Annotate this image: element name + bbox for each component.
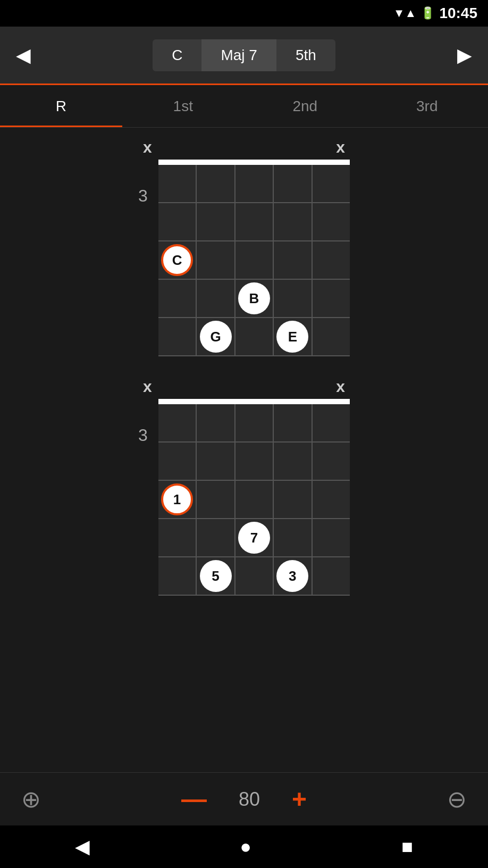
- mute-right-1: x: [336, 138, 345, 156]
- note-C[interactable]: C: [161, 244, 193, 276]
- nav-back-button[interactable]: ◀: [75, 836, 90, 858]
- note-5[interactable]: 5: [200, 560, 232, 592]
- grid-row-2: C: [158, 241, 350, 280]
- grid2-row-1: [158, 443, 350, 481]
- battery-icon: 🔋: [420, 6, 435, 20]
- tab-1st[interactable]: 1st: [122, 85, 245, 127]
- note-E[interactable]: E: [276, 321, 308, 353]
- tempo-minus-button[interactable]: —: [181, 784, 207, 814]
- grid-row-0: [158, 165, 350, 203]
- chord-position-pill[interactable]: 5th: [276, 39, 335, 71]
- chord-type-pill[interactable]: Maj 7: [201, 39, 276, 71]
- grid-row-1: [158, 203, 350, 241]
- zoom-out-icon: ⊖: [447, 786, 467, 812]
- grid2-row-2: 1: [158, 481, 350, 519]
- nut-1: [158, 160, 350, 165]
- main-content: x x 3: [0, 128, 488, 772]
- wifi-icon: ▼▲: [393, 6, 417, 20]
- nut-2: [158, 399, 350, 404]
- header: ◀ C Maj 7 5th ▶: [0, 27, 488, 85]
- zoom-in-icon: ⊕: [21, 786, 41, 812]
- status-bar: ▼▲ 🔋 10:45: [0, 0, 488, 27]
- mute-left-1: x: [143, 138, 152, 156]
- tempo-plus-button[interactable]: +: [292, 784, 307, 814]
- chord-pills: C Maj 7 5th: [153, 39, 335, 71]
- tabs: R 1st 2nd 3rd: [0, 85, 488, 128]
- status-icons: ▼▲ 🔋 10:45: [393, 5, 477, 22]
- chord-root-pill[interactable]: C: [153, 39, 201, 71]
- nav-bar: ◀ ● ■: [0, 825, 488, 868]
- grid2-row-4: 5 3: [158, 557, 350, 596]
- zoom-out-button[interactable]: ⊖: [447, 786, 467, 813]
- chord-diagram-2: x x 3: [111, 378, 377, 596]
- fret-label-1: 3: [138, 186, 148, 206]
- note-7[interactable]: 7: [238, 522, 270, 554]
- tab-r[interactable]: R: [0, 85, 122, 127]
- mute-right-2: x: [336, 378, 345, 396]
- grid-row-4: G E: [158, 318, 350, 356]
- tempo-value: 80: [239, 788, 260, 811]
- grid-row-3: B: [158, 280, 350, 318]
- tempo-controls: — 80 +: [181, 784, 307, 814]
- note-1[interactable]: 1: [161, 483, 193, 515]
- chord-diagram-1: x x 3: [111, 138, 377, 356]
- next-button[interactable]: ▶: [457, 44, 472, 66]
- back-icon: ◀: [16, 44, 31, 66]
- nav-stop-button[interactable]: ■: [401, 836, 413, 858]
- grid2-row-3: 7: [158, 519, 350, 557]
- next-icon: ▶: [457, 44, 472, 66]
- back-button[interactable]: ◀: [16, 44, 31, 66]
- grid2-row-0: [158, 404, 350, 443]
- note-3[interactable]: 3: [276, 560, 308, 592]
- nav-home-button[interactable]: ●: [240, 836, 251, 858]
- zoom-in-button[interactable]: ⊕: [21, 786, 41, 813]
- tab-2nd[interactable]: 2nd: [244, 85, 366, 127]
- mute-left-2: x: [143, 378, 152, 396]
- note-G[interactable]: G: [200, 321, 232, 353]
- status-time: 10:45: [439, 5, 477, 22]
- bottom-controls: ⊕ — 80 + ⊖: [0, 772, 488, 825]
- note-B[interactable]: B: [238, 282, 270, 314]
- tab-3rd[interactable]: 3rd: [366, 85, 489, 127]
- fret-label-2: 3: [138, 425, 148, 445]
